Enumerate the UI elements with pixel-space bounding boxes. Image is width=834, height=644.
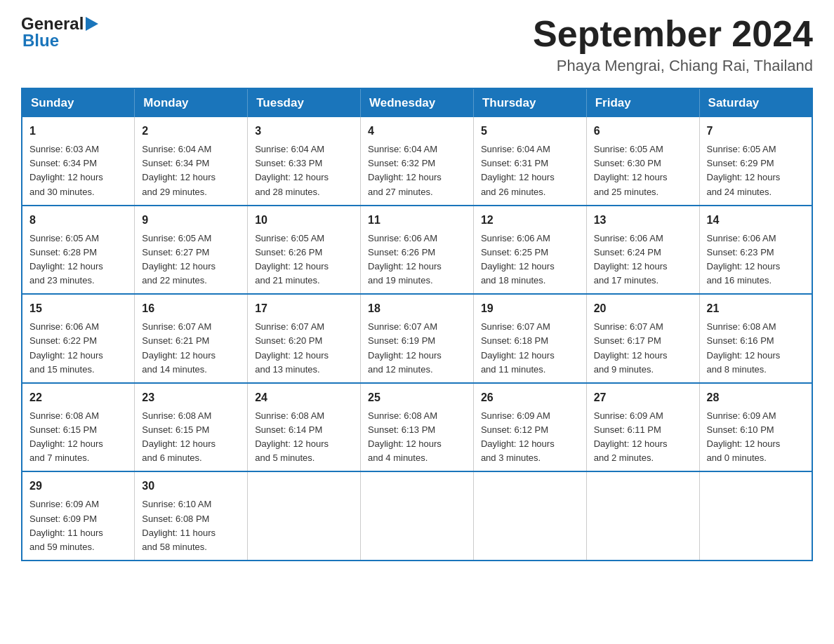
calendar-cell: 13 Sunrise: 6:06 AMSunset: 6:24 PMDaylig…	[586, 206, 699, 295]
day-number: 30	[142, 478, 240, 495]
day-number: 20	[594, 300, 692, 317]
day-number: 4	[368, 123, 466, 140]
calendar-cell: 17 Sunrise: 6:07 AMSunset: 6:20 PMDaylig…	[248, 294, 361, 383]
day-info: Sunrise: 6:06 AMSunset: 6:25 PMDaylight:…	[481, 233, 555, 286]
day-number: 25	[368, 389, 466, 406]
day-info: Sunrise: 6:06 AMSunset: 6:23 PMDaylight:…	[707, 233, 781, 286]
day-headers-row: SundayMondayTuesdayWednesdayThursdayFrid…	[22, 88, 812, 117]
calendar-table: SundayMondayTuesdayWednesdayThursdayFrid…	[21, 88, 813, 561]
day-info: Sunrise: 6:08 AMSunset: 6:14 PMDaylight:…	[255, 410, 329, 463]
title-block: September 2024 Phaya Mengrai, Chiang Rai…	[533, 14, 813, 75]
day-info: Sunrise: 6:04 AMSunset: 6:34 PMDaylight:…	[142, 144, 216, 196]
calendar-cell: 9 Sunrise: 6:05 AMSunset: 6:27 PMDayligh…	[135, 206, 248, 295]
day-number: 12	[481, 212, 579, 229]
day-info: Sunrise: 6:07 AMSunset: 6:19 PMDaylight:…	[368, 321, 442, 374]
day-info: Sunrise: 6:05 AMSunset: 6:28 PMDaylight:…	[29, 233, 103, 286]
calendar-cell	[586, 471, 699, 561]
week-row-2: 8 Sunrise: 6:05 AMSunset: 6:28 PMDayligh…	[22, 206, 812, 295]
day-info: Sunrise: 6:10 AMSunset: 6:08 PMDaylight:…	[142, 499, 216, 551]
calendar-cell	[361, 471, 474, 561]
calendar-cell	[248, 471, 361, 561]
calendar-cell: 28 Sunrise: 6:09 AMSunset: 6:10 PMDaylig…	[699, 383, 812, 472]
day-number: 8	[29, 212, 127, 229]
calendar-cell: 25 Sunrise: 6:08 AMSunset: 6:13 PMDaylig…	[361, 383, 474, 472]
day-number: 18	[368, 300, 466, 317]
calendar-cell: 26 Sunrise: 6:09 AMSunset: 6:12 PMDaylig…	[473, 383, 586, 472]
day-number: 23	[142, 389, 240, 406]
calendar-cell: 23 Sunrise: 6:08 AMSunset: 6:15 PMDaylig…	[135, 383, 248, 472]
day-info: Sunrise: 6:09 AMSunset: 6:10 PMDaylight:…	[707, 410, 781, 463]
day-number: 26	[481, 389, 579, 406]
logo-arrow-icon	[86, 17, 98, 31]
calendar-cell: 16 Sunrise: 6:07 AMSunset: 6:21 PMDaylig…	[135, 294, 248, 383]
day-number: 21	[707, 300, 805, 317]
day-info: Sunrise: 6:06 AMSunset: 6:24 PMDaylight:…	[594, 233, 668, 286]
day-info: Sunrise: 6:09 AMSunset: 6:09 PMDaylight:…	[29, 499, 103, 551]
day-info: Sunrise: 6:08 AMSunset: 6:16 PMDaylight:…	[707, 321, 781, 374]
day-number: 17	[255, 300, 353, 317]
calendar-cell: 12 Sunrise: 6:06 AMSunset: 6:25 PMDaylig…	[473, 206, 586, 295]
header-monday: Monday	[135, 88, 248, 117]
day-number: 22	[29, 389, 127, 406]
day-info: Sunrise: 6:05 AMSunset: 6:27 PMDaylight:…	[142, 233, 216, 286]
day-info: Sunrise: 6:06 AMSunset: 6:22 PMDaylight:…	[29, 321, 103, 374]
day-info: Sunrise: 6:09 AMSunset: 6:11 PMDaylight:…	[594, 410, 668, 463]
day-number: 7	[707, 123, 805, 140]
calendar-cell: 19 Sunrise: 6:07 AMSunset: 6:18 PMDaylig…	[473, 294, 586, 383]
month-title: September 2024	[533, 14, 813, 54]
day-info: Sunrise: 6:07 AMSunset: 6:18 PMDaylight:…	[481, 321, 555, 374]
day-info: Sunrise: 6:04 AMSunset: 6:33 PMDaylight:…	[255, 144, 329, 196]
calendar-cell: 29 Sunrise: 6:09 AMSunset: 6:09 PMDaylig…	[22, 471, 135, 561]
header-saturday: Saturday	[699, 88, 812, 117]
day-info: Sunrise: 6:09 AMSunset: 6:12 PMDaylight:…	[481, 410, 555, 463]
page-header: General Blue September 2024 Phaya Mengra…	[21, 14, 813, 75]
calendar-cell: 22 Sunrise: 6:08 AMSunset: 6:15 PMDaylig…	[22, 383, 135, 472]
day-number: 11	[368, 212, 466, 229]
day-number: 13	[594, 212, 692, 229]
calendar-cell: 20 Sunrise: 6:07 AMSunset: 6:17 PMDaylig…	[586, 294, 699, 383]
day-number: 5	[481, 123, 579, 140]
calendar-cell: 24 Sunrise: 6:08 AMSunset: 6:14 PMDaylig…	[248, 383, 361, 472]
day-number: 9	[142, 212, 240, 229]
day-info: Sunrise: 6:08 AMSunset: 6:13 PMDaylight:…	[368, 410, 442, 463]
day-info: Sunrise: 6:05 AMSunset: 6:29 PMDaylight:…	[707, 144, 781, 196]
day-number: 19	[481, 300, 579, 317]
day-info: Sunrise: 6:06 AMSunset: 6:26 PMDaylight:…	[368, 233, 442, 286]
calendar-cell: 18 Sunrise: 6:07 AMSunset: 6:19 PMDaylig…	[361, 294, 474, 383]
calendar-cell: 27 Sunrise: 6:09 AMSunset: 6:11 PMDaylig…	[586, 383, 699, 472]
week-row-4: 22 Sunrise: 6:08 AMSunset: 6:15 PMDaylig…	[22, 383, 812, 472]
calendar-cell: 6 Sunrise: 6:05 AMSunset: 6:30 PMDayligh…	[586, 117, 699, 206]
day-number: 10	[255, 212, 353, 229]
week-row-3: 15 Sunrise: 6:06 AMSunset: 6:22 PMDaylig…	[22, 294, 812, 383]
day-number: 29	[29, 478, 127, 495]
location-subtitle: Phaya Mengrai, Chiang Rai, Thailand	[533, 57, 813, 75]
day-number: 3	[255, 123, 353, 140]
day-info: Sunrise: 6:04 AMSunset: 6:32 PMDaylight:…	[368, 144, 442, 196]
calendar-cell: 15 Sunrise: 6:06 AMSunset: 6:22 PMDaylig…	[22, 294, 135, 383]
calendar-cell: 2 Sunrise: 6:04 AMSunset: 6:34 PMDayligh…	[135, 117, 248, 206]
calendar-cell	[473, 471, 586, 561]
calendar-cell: 1 Sunrise: 6:03 AMSunset: 6:34 PMDayligh…	[22, 117, 135, 206]
day-info: Sunrise: 6:05 AMSunset: 6:30 PMDaylight:…	[594, 144, 668, 196]
day-info: Sunrise: 6:03 AMSunset: 6:34 PMDaylight:…	[29, 144, 103, 196]
day-info: Sunrise: 6:08 AMSunset: 6:15 PMDaylight:…	[142, 410, 216, 463]
calendar-cell: 21 Sunrise: 6:08 AMSunset: 6:16 PMDaylig…	[699, 294, 812, 383]
header-wednesday: Wednesday	[361, 88, 474, 117]
header-tuesday: Tuesday	[248, 88, 361, 117]
day-number: 1	[29, 123, 127, 140]
calendar-cell: 14 Sunrise: 6:06 AMSunset: 6:23 PMDaylig…	[699, 206, 812, 295]
week-row-5: 29 Sunrise: 6:09 AMSunset: 6:09 PMDaylig…	[22, 471, 812, 561]
header-thursday: Thursday	[473, 88, 586, 117]
day-number: 6	[594, 123, 692, 140]
week-row-1: 1 Sunrise: 6:03 AMSunset: 6:34 PMDayligh…	[22, 117, 812, 206]
day-info: Sunrise: 6:07 AMSunset: 6:20 PMDaylight:…	[255, 321, 329, 374]
day-number: 2	[142, 123, 240, 140]
calendar-cell: 5 Sunrise: 6:04 AMSunset: 6:31 PMDayligh…	[473, 117, 586, 206]
calendar-cell: 10 Sunrise: 6:05 AMSunset: 6:26 PMDaylig…	[248, 206, 361, 295]
day-info: Sunrise: 6:05 AMSunset: 6:26 PMDaylight:…	[255, 233, 329, 286]
day-number: 24	[255, 389, 353, 406]
calendar-cell: 8 Sunrise: 6:05 AMSunset: 6:28 PMDayligh…	[22, 206, 135, 295]
day-number: 15	[29, 300, 127, 317]
logo-blue-text: Blue	[21, 31, 59, 51]
header-sunday: Sunday	[22, 88, 135, 117]
